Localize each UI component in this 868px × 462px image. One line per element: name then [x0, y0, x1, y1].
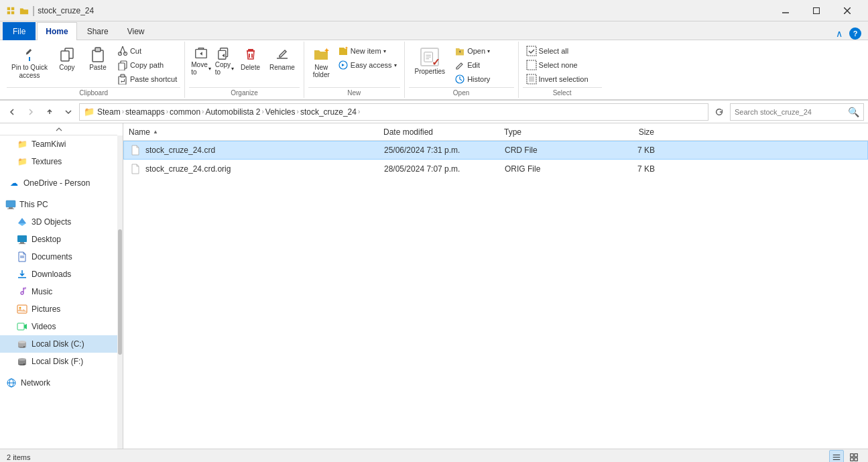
- nav-scrollbar[interactable]: [117, 135, 123, 449]
- svg-rect-0: [7, 7, 10, 9]
- column-type[interactable]: Type: [499, 127, 606, 137]
- rename-button[interactable]: Rename: [265, 44, 300, 73]
- sidebar-label-network: Network: [21, 378, 50, 388]
- edit-button[interactable]: Edit: [451, 58, 493, 72]
- select-none-label: Select none: [539, 61, 578, 69]
- sidebar-item-teamkiwi[interactable]: 📁 TeamKiwi: [0, 135, 123, 153]
- invert-selection-label: Invert selection: [539, 75, 588, 83]
- file-row[interactable]: stock_cruze_24.crd 25/06/2024 7:31 p.m. …: [123, 141, 868, 160]
- ribbon-group-open: ✓ Properties Open ▾ Edit: [405, 42, 519, 98]
- svg-point-57: [23, 363, 25, 365]
- move-to-button[interactable]: Moveto ▾: [189, 44, 212, 78]
- sidebar-label-3dobjects: 3D Objects: [32, 217, 71, 227]
- paste-shortcut-button[interactable]: Paste shortcut: [114, 72, 180, 86]
- column-date[interactable]: Date modified: [378, 127, 499, 137]
- properties-button[interactable]: ✓ Properties: [409, 44, 452, 78]
- move-to-label: Moveto ▾: [191, 61, 210, 76]
- quick-access-icon[interactable]: [5, 5, 16, 16]
- sidebar-item-documents[interactable]: Documents: [0, 248, 123, 266]
- search-icon[interactable]: 🔍: [848, 107, 859, 117]
- up-button[interactable]: [42, 104, 58, 120]
- minimize-button[interactable]: [770, 0, 801, 21]
- svg-rect-41: [17, 235, 27, 242]
- maximize-button[interactable]: [801, 0, 832, 21]
- recent-locations-button[interactable]: [60, 104, 76, 120]
- delete-button[interactable]: Delete: [236, 44, 265, 73]
- tab-view[interactable]: View: [119, 22, 153, 40]
- copy-to-button[interactable]: Copyto ▾: [213, 44, 236, 78]
- cut-button[interactable]: Cut: [114, 44, 180, 58]
- breadcrumb-vehicles[interactable]: Vehicles: [265, 107, 296, 117]
- nav-scrollbar-thumb[interactable]: [118, 229, 122, 355]
- breadcrumb-common[interactable]: common: [170, 107, 200, 117]
- file-row-type-1: CRD File: [499, 146, 607, 155]
- forward-button[interactable]: [23, 104, 39, 120]
- sidebar-item-pictures[interactable]: Pictures: [0, 300, 123, 318]
- tab-home[interactable]: Home: [37, 22, 76, 40]
- paste-button[interactable]: Paste: [83, 44, 113, 86]
- copy-paste-group: Copy Paste Cut: [52, 44, 180, 86]
- copy-path-button[interactable]: Copy path: [114, 58, 180, 72]
- file-row-size-1: 7 KB: [607, 146, 660, 155]
- folder-icon[interactable]: [19, 5, 29, 16]
- file-row-date-2: 28/05/2024 7:07 p.m.: [379, 164, 499, 174]
- breadcrumb-bar[interactable]: 📁 Steam › steamapps › common › Automobil…: [79, 103, 708, 121]
- folder-icon-textures: 📁: [16, 156, 28, 168]
- file-row[interactable]: stock_cruze_24.crd.orig 28/05/2024 7:07 …: [123, 160, 868, 178]
- sidebar-item-network[interactable]: Network: [0, 374, 123, 392]
- ribbon: File Home Share View ∧ ? Pin to Quickacc…: [0, 21, 868, 101]
- sidebar-item-localdiskc[interactable]: Local Disk (C:): [0, 335, 123, 353]
- large-icons-view-button[interactable]: [847, 450, 861, 463]
- refresh-button[interactable]: [711, 104, 727, 120]
- sidebar-item-downloads[interactable]: Downloads: [0, 266, 123, 283]
- select-all-button[interactable]: Select all: [523, 44, 592, 58]
- network-icon: [5, 377, 17, 389]
- breadcrumb-steamapps[interactable]: steamapps: [125, 107, 165, 117]
- new-item-button[interactable]: ✦ New item ▾: [334, 44, 400, 58]
- sidebar-item-3dobjects[interactable]: 3D Objects: [0, 213, 123, 231]
- bc-sep-4: ›: [261, 108, 263, 115]
- help-button[interactable]: ?: [849, 27, 861, 40]
- file-pane: Name ▲ Date modified Type Size: [123, 123, 868, 449]
- pin-to-quick-access-button[interactable]: Pin to Quickaccess: [7, 44, 52, 82]
- sidebar-item-videos[interactable]: Videos: [0, 318, 123, 335]
- easy-access-label: Easy access: [351, 61, 392, 69]
- copy-button[interactable]: Copy: [52, 44, 82, 86]
- select-none-button[interactable]: Select none: [523, 58, 592, 72]
- breadcrumb-steam[interactable]: Steam: [97, 107, 121, 117]
- file-row-type-2: ORIG File: [499, 164, 607, 174]
- search-input[interactable]: [735, 108, 845, 116]
- column-size[interactable]: Size: [606, 127, 660, 137]
- svg-rect-23: [219, 50, 226, 59]
- cut-label: Cut: [130, 47, 141, 55]
- svg-rect-66: [851, 457, 853, 460]
- sidebar-item-thispc[interactable]: This PC: [0, 196, 123, 213]
- copy-label: Copy: [59, 64, 74, 71]
- breadcrumb-stock-cruze-24[interactable]: stock_cruze_24: [300, 107, 357, 117]
- sidebar-item-music[interactable]: Music: [0, 283, 123, 300]
- svg-rect-32: [527, 46, 536, 56]
- tab-file[interactable]: File: [3, 22, 36, 40]
- column-name[interactable]: Name ▲: [123, 127, 378, 137]
- sidebar-item-desktop[interactable]: Desktop: [0, 231, 123, 248]
- history-button[interactable]: History: [451, 72, 493, 86]
- new-folder-button[interactable]: ✦ Newfolder: [308, 44, 334, 80]
- open-button[interactable]: Open ▾: [451, 44, 493, 58]
- svg-point-56: [18, 358, 26, 361]
- back-button[interactable]: [4, 104, 20, 120]
- sidebar-item-onedrive[interactable]: ☁ OneDrive - Person: [0, 174, 123, 192]
- sidebar-item-textures[interactable]: 📁 Textures: [0, 153, 123, 170]
- copy-to-arrow: ▾: [231, 66, 234, 72]
- sidebar-item-localdiskf[interactable]: Local Disk (F:): [0, 353, 123, 370]
- collapse-ribbon-button[interactable]: ∧: [833, 27, 845, 40]
- close-button[interactable]: [832, 0, 863, 21]
- tab-share[interactable]: Share: [78, 22, 117, 40]
- select-label: Select: [523, 87, 602, 98]
- easy-access-button[interactable]: Easy access ▾: [334, 58, 400, 72]
- invert-selection-button[interactable]: Invert selection: [523, 72, 592, 86]
- details-view-button[interactable]: [829, 450, 844, 463]
- filename-1: stock_cruze_24.crd: [145, 146, 215, 155]
- breadcrumb-automobilista2[interactable]: Automobilista 2: [205, 107, 260, 117]
- nav-scroll-up[interactable]: [0, 123, 117, 135]
- window-title: stock_cruze_24: [38, 6, 94, 15]
